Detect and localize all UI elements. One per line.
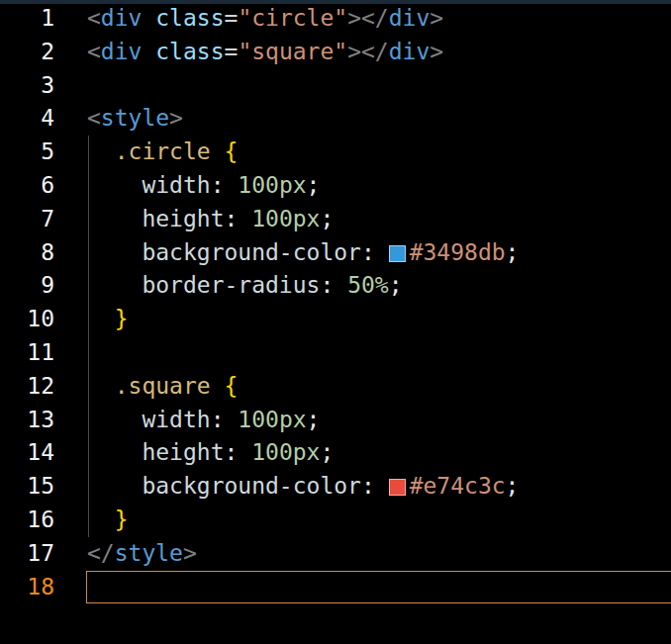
code-token: ; — [506, 239, 520, 265]
code-line[interactable]: 1<div class="circle"></div> — [0, 2, 671, 36]
code-token — [238, 439, 251, 465]
code-line-content: } — [87, 303, 129, 336]
code-token: height — [142, 206, 224, 231]
code-line[interactable]: 12 .square { — [0, 370, 671, 404]
code-line-content: .square { — [87, 370, 238, 404]
code-token: > — [169, 105, 183, 131]
line-number: 6 — [0, 169, 54, 203]
code-token: div — [101, 5, 143, 31]
code-line-content: <div class="square"></div> — [87, 36, 443, 69]
code-token: : — [211, 172, 225, 198]
code-line[interactable]: 3 — [0, 69, 671, 103]
code-line-content: </style> — [87, 537, 197, 571]
code-token: border-radius — [142, 272, 320, 298]
code-token: background-color — [142, 239, 361, 265]
code-token — [238, 206, 251, 231]
code-token: width — [142, 407, 210, 432]
code-line[interactable]: 8 background-color: #3498db; — [0, 236, 671, 270]
code-line-content: border-radius: 50%; — [87, 269, 403, 303]
line-number: 12 — [0, 370, 54, 404]
code-line[interactable]: 15 background-color: #e74c3c; — [0, 470, 671, 504]
code-token: ></ — [347, 39, 389, 64]
line-number: 7 — [0, 203, 54, 236]
code-token — [87, 206, 142, 231]
line-number: 18 — [0, 571, 54, 604]
line-number: 16 — [0, 504, 54, 537]
code-token: ; — [320, 206, 334, 231]
line-number: 2 — [0, 36, 54, 69]
code-token — [87, 473, 142, 499]
code-token: width — [142, 172, 210, 198]
code-line-content: } — [87, 504, 129, 537]
code-token: 100px — [238, 172, 306, 198]
code-token: } — [115, 306, 129, 331]
code-token: div — [389, 5, 431, 31]
code-token: : — [224, 439, 238, 465]
line-number: 8 — [0, 236, 54, 270]
code-token: = — [225, 39, 239, 64]
code-token — [334, 272, 347, 298]
code-token: style — [101, 105, 169, 131]
line-number: 15 — [0, 470, 54, 504]
code-token: ></ — [347, 5, 389, 31]
code-lines-container: 1<div class="circle"></div>2<div class="… — [0, 2, 671, 603]
code-line[interactable]: 17</style> — [0, 537, 671, 571]
color-swatch[interactable] — [389, 245, 406, 262]
code-token: { — [225, 138, 239, 164]
color-swatch[interactable] — [389, 479, 406, 496]
line-number: 4 — [0, 102, 54, 136]
code-token — [142, 39, 155, 64]
line-number: 9 — [0, 269, 54, 303]
line-number: 11 — [0, 336, 54, 370]
line-number: 10 — [0, 303, 54, 336]
code-token: "square" — [238, 39, 347, 64]
code-line[interactable]: 10 } — [0, 303, 671, 336]
code-token — [375, 473, 389, 499]
code-line[interactable]: 9 border-radius: 50%; — [0, 269, 671, 303]
code-token — [87, 306, 115, 331]
line-number: 1 — [0, 2, 54, 36]
code-line[interactable]: 7 height: 100px; — [0, 203, 671, 236]
code-line-content: <style> — [87, 102, 183, 136]
code-token: < — [87, 5, 101, 31]
code-line[interactable]: 5 .circle { — [0, 136, 671, 169]
code-token: } — [115, 506, 129, 532]
line-number: 17 — [0, 537, 54, 571]
code-token: 100px — [251, 206, 320, 231]
code-token: 100px — [251, 439, 320, 465]
code-token: "circle" — [238, 5, 347, 31]
code-token: div — [101, 39, 143, 64]
code-token — [87, 373, 115, 399]
code-token — [87, 439, 142, 465]
code-token: : — [224, 206, 238, 231]
code-editor[interactable]: 1<div class="circle"></div>2<div class="… — [0, 2, 671, 603]
code-line[interactable]: 2<div class="square"></div> — [0, 36, 671, 69]
code-token: </ — [87, 540, 115, 566]
code-line[interactable]: 14 height: 100px; — [0, 436, 671, 470]
code-line[interactable]: 4<style> — [0, 102, 671, 136]
code-line[interactable]: 6 width: 100px; — [0, 169, 671, 203]
code-line-content: height: 100px; — [87, 436, 334, 470]
code-line[interactable]: 18 — [0, 571, 671, 604]
code-token — [87, 272, 142, 298]
code-token: background-color — [142, 473, 361, 499]
code-line[interactable]: 16 } — [0, 504, 671, 537]
code-token: class — [155, 5, 224, 31]
code-line[interactable]: 13 width: 100px; — [0, 404, 671, 437]
code-token: .square — [115, 373, 211, 399]
code-line-content: width: 100px; — [87, 404, 320, 437]
code-token — [87, 407, 142, 432]
code-token: height — [142, 439, 224, 465]
line-number: 14 — [0, 436, 54, 470]
code-line-content: .circle { — [87, 136, 238, 169]
code-token: div — [389, 39, 431, 64]
code-token: : — [361, 239, 375, 265]
code-token: 100px — [238, 407, 306, 432]
code-token: > — [430, 39, 443, 64]
code-token: > — [183, 540, 197, 566]
code-token: < — [87, 105, 101, 131]
code-token: > — [430, 5, 443, 31]
code-line[interactable]: 11 — [0, 336, 671, 370]
code-token: .circle — [115, 138, 211, 164]
code-token — [87, 506, 115, 532]
